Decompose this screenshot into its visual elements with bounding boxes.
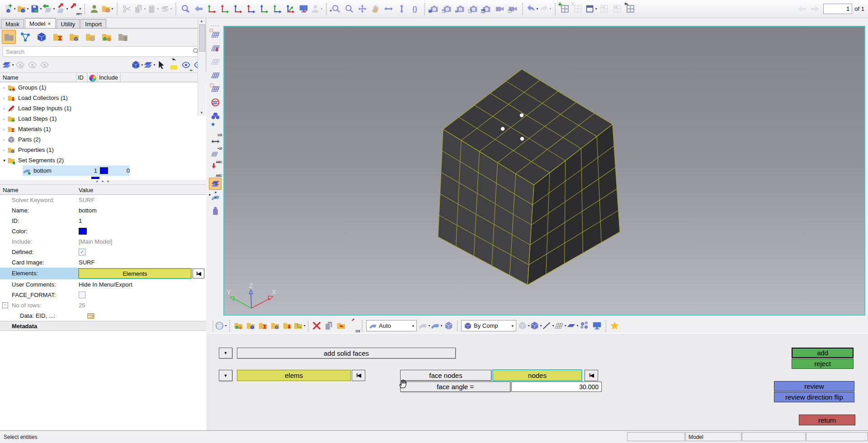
entity-display-button[interactable]: ▾ — [131, 59, 143, 71]
cut-button[interactable] — [121, 3, 133, 15]
select-cursor-button[interactable] — [156, 59, 168, 71]
record-video-button[interactable] — [494, 3, 506, 15]
view-xz-right-button[interactable] — [245, 3, 257, 15]
shaded-elements-button[interactable] — [209, 42, 222, 54]
translate-v-button[interactable] — [396, 3, 408, 15]
review-direction-flip-button[interactable]: review direction flip — [774, 392, 854, 402]
materials-button[interactable] — [257, 320, 269, 332]
collectors-button[interactable] — [232, 320, 245, 332]
scrollbar-thumb[interactable] — [199, 24, 205, 52]
panel-options-menu-button[interactable]: ▼ — [219, 348, 232, 358]
collector-display-button[interactable]: ▾ — [2, 59, 14, 71]
elements-collector-button[interactable]: Elements — [79, 269, 191, 278]
surface-shaded-button[interactable]: ▾ — [430, 320, 443, 332]
pan-button[interactable] — [369, 3, 382, 15]
tab-mask[interactable]: Mask — [1, 19, 24, 28]
element-thickness-button[interactable]: ▾ — [566, 320, 579, 332]
row-collapse-icon[interactable]: − — [2, 302, 8, 308]
scroll-down-icon[interactable]: ▼ — [199, 111, 204, 115]
entity-state-browser-button[interactable] — [18, 30, 32, 44]
editor-row[interactable]: −No of rows:25 — [0, 300, 206, 311]
editor-row[interactable]: Solver Keyword:SURF — [0, 195, 206, 205]
display-transfer-button[interactable] — [38, 59, 51, 71]
tree-item[interactable]: ▸Properties (1) — [0, 145, 206, 155]
tab-utility[interactable]: Utility — [57, 19, 80, 28]
metadata-section[interactable]: Metadata — [0, 321, 206, 331]
tile-vertical-button[interactable] — [598, 3, 610, 15]
open-model-button[interactable]: ▾ — [17, 3, 29, 15]
performance-graphics-button[interactable] — [591, 320, 603, 332]
add-page-button[interactable] — [559, 3, 571, 15]
tab-close-icon[interactable]: × — [47, 21, 51, 27]
face-angle-button[interactable]: face angle = — [400, 382, 510, 392]
redo-button[interactable]: ▾ — [539, 3, 552, 15]
load-collectors-button[interactable] — [281, 320, 293, 332]
tree-item[interactable]: ▾Set Segments (2) — [0, 155, 206, 165]
face-angle-input[interactable] — [511, 382, 602, 392]
view-back-button[interactable] — [193, 3, 205, 15]
editor-row[interactable]: Include:[Main Model] — [0, 236, 206, 247]
surface-wireframe-button[interactable]: ▾ — [418, 320, 430, 332]
component-browser-button[interactable] — [99, 30, 113, 44]
panel-title-button[interactable]: add solid faces — [237, 348, 456, 358]
dynamic-rotate-button[interactable]: {} — [409, 3, 421, 15]
find-entities-button[interactable] — [209, 110, 222, 122]
tree-item[interactable]: ▸Load Steps (1) — [0, 113, 206, 124]
tree-expander-icon[interactable]: ▸ — [1, 85, 7, 90]
view-xy-bottom-button[interactable] — [219, 3, 231, 15]
add-button[interactable]: add — [792, 348, 854, 358]
spherical-clip-button[interactable]: ▾ — [215, 320, 227, 332]
feature-lines-button[interactable]: ▾ — [542, 320, 554, 332]
mesh-wireframe-button[interactable]: ▾ — [518, 320, 530, 332]
capture-region-button[interactable] — [467, 3, 480, 15]
copy-button[interactable]: ▾ — [134, 3, 146, 15]
undo-button[interactable]: ▾ — [526, 3, 538, 15]
import-button[interactable]: ▾ — [43, 3, 55, 15]
display-list-button[interactable] — [26, 59, 38, 71]
morph-volume-button[interactable] — [209, 205, 222, 217]
next-page-button[interactable] — [809, 3, 821, 15]
favorites-button[interactable] — [609, 320, 621, 332]
rotate-view-button[interactable] — [356, 3, 368, 15]
editor-row[interactable]: FACE_FORMAT: — [0, 290, 206, 300]
elements-reset-button[interactable]: I◀ — [193, 269, 204, 278]
systems-button[interactable]: ▾ — [293, 320, 306, 332]
numbers-display-button[interactable]: 123 — [209, 123, 222, 136]
editor-row[interactable]: Name:bottom — [0, 205, 206, 216]
editor-row[interactable]: Elements:ElementsI◀ — [0, 268, 206, 279]
elems-options-menu-button[interactable]: ▼ — [219, 370, 232, 381]
nodes-reset-button[interactable]: I◀ — [585, 370, 598, 381]
face-nodes-button[interactable]: face nodes — [400, 370, 491, 381]
tab-model[interactable]: Model× — [25, 18, 55, 28]
review-button[interactable]: review — [774, 381, 854, 391]
view-xy-top-button[interactable] — [206, 3, 218, 15]
capture-panel-button[interactable] — [454, 3, 467, 15]
tree-expander-icon[interactable]: ▸ — [1, 148, 7, 152]
table-edit-icon[interactable] — [87, 312, 95, 320]
editor-row[interactable]: ID:1 — [0, 216, 206, 226]
layer-display-button[interactable]: ▾ — [143, 59, 156, 71]
view-yz-rear-button[interactable] — [271, 3, 283, 15]
search-input[interactable] — [3, 46, 203, 57]
panel-splitter[interactable]: • • • — [0, 180, 206, 184]
paste-button[interactable]: ▾ — [147, 3, 159, 15]
save-image-button[interactable] — [428, 3, 440, 15]
editor-row[interactable]: Card Image:SURF — [0, 257, 206, 268]
editor-row[interactable]: Data: EID, ...: — [0, 311, 206, 321]
view-yz-front-button[interactable] — [258, 3, 270, 15]
view-xz-left-button[interactable] — [232, 3, 244, 15]
view-iso-button[interactable] — [284, 3, 297, 15]
wireframe-elements-button[interactable] — [209, 28, 222, 41]
organize-button[interactable] — [323, 320, 335, 332]
element-handles-button[interactable] — [209, 83, 222, 95]
show-hide-checks-button[interactable] — [14, 59, 26, 71]
record-region-button[interactable] — [507, 3, 519, 15]
highlight-button[interactable] — [168, 59, 180, 71]
toolbar-handle[interactable] — [212, 320, 213, 331]
label-loads-button[interactable]: ABC — [209, 164, 222, 176]
move-to-folder-button[interactable] — [335, 320, 347, 332]
editor-row[interactable]: Defined:✓ — [0, 247, 206, 257]
circle-zoom-button[interactable] — [343, 3, 355, 15]
editor-row[interactable]: Color: — [0, 226, 206, 236]
capture-area-button[interactable] — [481, 3, 493, 15]
